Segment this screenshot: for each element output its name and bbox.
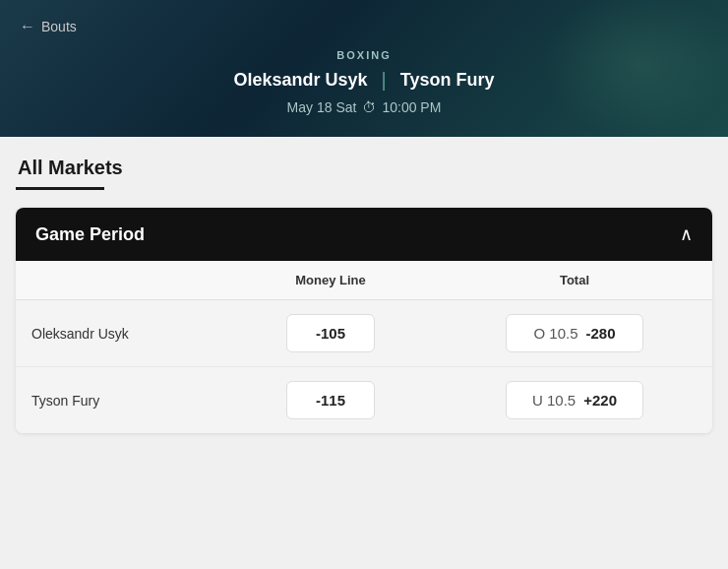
row1-label: Oleksandr Usyk xyxy=(31,326,209,342)
row1-total-odds: -280 xyxy=(586,325,616,342)
row2-moneyline-cell: -115 xyxy=(209,381,453,419)
event-time-value: 10:00 PM xyxy=(382,99,441,115)
markets-card: Game Period ∧ Money Line Total Oleksandr… xyxy=(16,208,712,433)
row2-moneyline-btn[interactable]: -115 xyxy=(286,381,375,419)
row1-moneyline-cell: -105 xyxy=(209,314,453,352)
fighters-divider: | xyxy=(382,69,387,92)
card-header-title: Game Period xyxy=(35,224,145,245)
col-header-empty xyxy=(31,273,209,287)
fighter1-name: Oleksandr Usyk xyxy=(234,70,368,91)
event-header: ← Bouts BOXING Oleksandr Usyk | Tyson Fu… xyxy=(0,0,728,137)
row2-total-btn[interactable]: U 10.5 +220 xyxy=(506,381,643,419)
row1-total-cell: O 10.5 -280 xyxy=(453,314,697,352)
section-title: All Markets xyxy=(16,157,712,179)
back-label: Bouts xyxy=(41,19,77,34)
event-time: May 18 Sat ⏱ 10:00 PM xyxy=(20,99,708,115)
fighter2-name: Tyson Fury xyxy=(400,70,495,91)
fighters-row: Oleksandr Usyk | Tyson Fury xyxy=(20,69,708,92)
back-arrow-icon: ← xyxy=(20,18,35,35)
col-header-total: Total xyxy=(453,273,697,287)
row1-total-btn[interactable]: O 10.5 -280 xyxy=(506,314,643,352)
event-date: May 18 Sat xyxy=(287,99,357,115)
clock-icon: ⏱ xyxy=(362,99,376,115)
row1-total-label: O 10.5 xyxy=(533,325,577,342)
row2-total-odds: +220 xyxy=(583,392,617,409)
row2-label: Tyson Fury xyxy=(31,393,209,409)
main-content: All Markets Game Period ∧ Money Line Tot… xyxy=(0,137,728,453)
table-row: Tyson Fury -115 U 10.5 +220 xyxy=(16,367,712,433)
row2-total-label: U 10.5 xyxy=(532,392,576,409)
title-underline xyxy=(16,187,104,190)
sport-label: BOXING xyxy=(20,49,708,61)
table-row: Oleksandr Usyk -105 O 10.5 -280 xyxy=(16,300,712,367)
table-header: Money Line Total xyxy=(16,261,712,300)
row2-total-cell: U 10.5 +220 xyxy=(453,381,697,419)
col-header-moneyline: Money Line xyxy=(209,273,453,287)
card-header: Game Period ∧ xyxy=(16,208,712,261)
back-navigation[interactable]: ← Bouts xyxy=(20,18,708,35)
chevron-up-icon[interactable]: ∧ xyxy=(680,223,693,245)
row1-moneyline-btn[interactable]: -105 xyxy=(286,314,375,352)
